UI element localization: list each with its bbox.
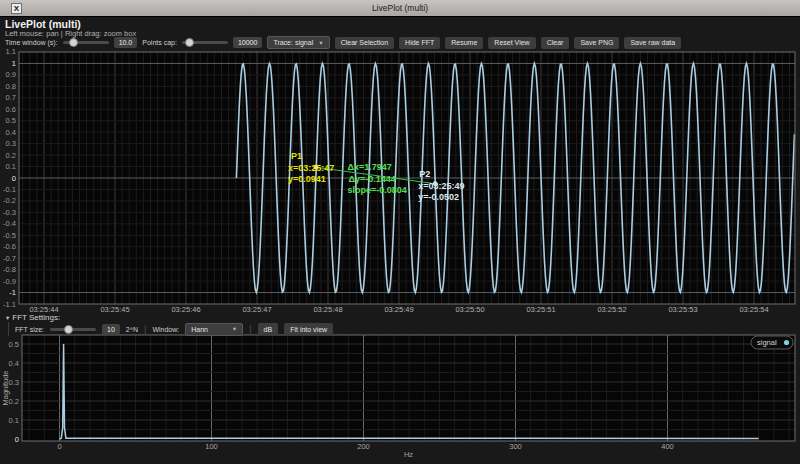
save-png-button[interactable]: Save PNG <box>574 37 619 49</box>
svg-text:03:25:46: 03:25:46 <box>171 305 200 314</box>
svg-text:03:25:49: 03:25:49 <box>384 305 413 314</box>
fft-xlabel: Hz <box>404 450 413 459</box>
chevron-down-icon: ▼ <box>318 40 323 46</box>
svg-text:y=-0.0502: y=-0.0502 <box>418 192 459 202</box>
svg-text:0: 0 <box>57 442 61 451</box>
svg-text:03:25:50: 03:25:50 <box>455 305 484 314</box>
points-cap-label: Points cap: <box>142 39 177 46</box>
svg-text:300: 300 <box>509 442 522 451</box>
time-plot <box>19 52 795 304</box>
window-title: LivePlot (multi) <box>0 3 800 13</box>
db-toggle-button[interactable]: dB <box>258 323 279 335</box>
svg-text:-1: -1 <box>9 288 16 297</box>
points-cap-slider[interactable] <box>182 37 228 48</box>
clear-button[interactable]: Clear <box>541 37 570 49</box>
svg-text:Δx=1.7947: Δx=1.7947 <box>348 162 392 172</box>
time-window-slider[interactable] <box>63 37 109 48</box>
fft-size-slider[interactable] <box>50 324 96 335</box>
liveplot-window: 03:25:4403:25:4503:25:4603:25:4703:25:48… <box>0 0 800 464</box>
svg-text:-0.5: -0.5 <box>3 231 16 240</box>
svg-text:0.7: 0.7 <box>6 93 16 102</box>
svg-text:-0.3: -0.3 <box>3 208 16 217</box>
fft-plot-area[interactable] <box>22 335 795 441</box>
main-toolbar: Time window (s): 10.0 Points cap: 10000 … <box>5 36 681 49</box>
slider-handle[interactable] <box>64 325 73 334</box>
svg-text:0.4: 0.4 <box>9 359 19 368</box>
slider-track <box>50 328 96 331</box>
svg-text:-0.4: -0.4 <box>3 219 16 228</box>
window-icon: X <box>11 3 22 14</box>
svg-text:0.2: 0.2 <box>6 151 16 160</box>
svg-text:-0.7: -0.7 <box>3 254 16 263</box>
slider-handle[interactable] <box>69 38 78 47</box>
svg-text:-0.2: -0.2 <box>3 196 16 205</box>
clear-selection-button[interactable]: Clear Selection <box>335 37 394 49</box>
time-window-label: Time window (s): <box>5 39 58 46</box>
pow-of-two-label: 2^N <box>126 326 138 333</box>
svg-text:200: 200 <box>357 442 370 451</box>
legend-dot-icon <box>784 340 789 345</box>
fft-size-label: FFT size: <box>15 326 44 333</box>
trace-select[interactable]: Trace: signal ▼ <box>267 36 329 49</box>
svg-text:0.9: 0.9 <box>6 70 16 79</box>
svg-text:0.3: 0.3 <box>9 378 19 387</box>
resume-button[interactable]: Resume <box>445 37 483 49</box>
svg-text:0.1: 0.1 <box>9 416 19 425</box>
svg-text:0.5: 0.5 <box>6 116 16 125</box>
save-raw-data-button[interactable]: Save raw data <box>624 37 681 49</box>
svg-text:P1: P1 <box>291 151 302 161</box>
svg-text:400: 400 <box>661 442 674 451</box>
svg-text:slope=-0.0804: slope=-0.0804 <box>348 185 407 195</box>
reset-view-button[interactable]: Reset View <box>488 37 535 49</box>
plots-canvas: 03:25:4403:25:4503:25:4603:25:4703:25:48… <box>0 0 800 464</box>
fft-settings-header[interactable]: ▾ FFT Settings: <box>6 313 60 322</box>
svg-text:0.2: 0.2 <box>9 397 19 406</box>
svg-text:0.3: 0.3 <box>6 139 16 148</box>
hide-fft-button[interactable]: Hide FFT <box>399 37 440 49</box>
fft-legend[interactable]: signal <box>751 336 793 349</box>
svg-text:0.5: 0.5 <box>9 340 19 349</box>
separator: | <box>249 324 251 334</box>
window-function-label: Window: <box>152 326 179 333</box>
svg-text:0.1: 0.1 <box>6 162 16 171</box>
svg-text:03:25:53: 03:25:53 <box>668 305 697 314</box>
fft-settings-toolbar: FFT size: 10 2^N | Window: Hann ▼ | dB F… <box>8 322 333 336</box>
svg-text:y=0.0941: y=0.0941 <box>288 174 326 184</box>
svg-text:03:25:51: 03:25:51 <box>526 305 555 314</box>
time-window-value: 10.0 <box>114 37 138 48</box>
svg-text:0.6: 0.6 <box>6 105 16 114</box>
window-function-value: Hann <box>191 326 208 333</box>
svg-text:03:25:48: 03:25:48 <box>313 305 342 314</box>
fit-into-view-button[interactable]: Fit into view <box>284 323 333 335</box>
fft-settings-title: FFT Settings: <box>12 313 60 322</box>
svg-text:P2: P2 <box>419 169 430 179</box>
svg-text:0.4: 0.4 <box>6 128 16 137</box>
svg-text:0.8: 0.8 <box>6 82 16 91</box>
fft-plot <box>22 335 795 441</box>
collapse-triangle-icon: ▾ <box>6 314 9 322</box>
trace-select-label: Trace: signal <box>273 39 313 46</box>
svg-text:signal: signal <box>757 338 777 347</box>
svg-text:100: 100 <box>205 442 218 451</box>
p2-marker[interactable] <box>433 181 438 186</box>
svg-text:-0.6: -0.6 <box>3 242 16 251</box>
svg-text:-0.1: -0.1 <box>3 185 16 194</box>
svg-text:x=03:25:49: x=03:25:49 <box>418 181 464 191</box>
svg-text:03:25:52: 03:25:52 <box>597 305 626 314</box>
window-titlebar[interactable]: X LivePlot (multi) <box>0 0 800 17</box>
svg-text:03:25:47: 03:25:47 <box>242 305 271 314</box>
svg-text:-0.9: -0.9 <box>3 277 16 286</box>
window-function-select[interactable]: Hann ▼ <box>185 323 243 336</box>
svg-text:03:25:54: 03:25:54 <box>739 305 768 314</box>
svg-text:1: 1 <box>12 59 16 68</box>
points-cap-value: 10000 <box>233 37 262 48</box>
separator: | <box>144 324 146 334</box>
fft-ylabel: Magnitude <box>1 370 10 405</box>
fft-size-value: 10 <box>102 324 120 335</box>
svg-text:03:25:45: 03:25:45 <box>100 305 129 314</box>
slider-handle[interactable] <box>185 38 194 47</box>
svg-text:0: 0 <box>15 435 19 444</box>
svg-text:-1.1: -1.1 <box>3 300 16 309</box>
p1-marker[interactable] <box>314 165 319 170</box>
svg-text:0: 0 <box>12 174 16 183</box>
